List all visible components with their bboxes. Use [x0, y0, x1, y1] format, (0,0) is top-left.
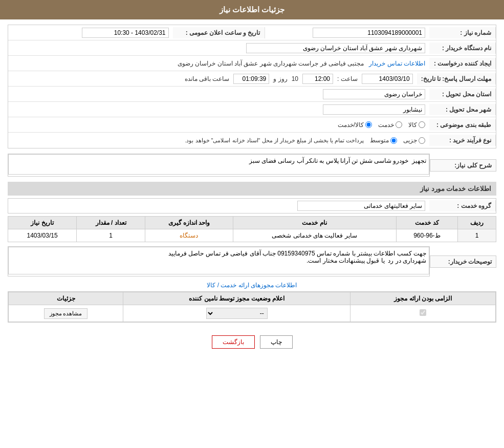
roz-value: 10	[292, 75, 298, 82]
tosih-khardar-row: توصیحات خریدار:	[8, 246, 496, 276]
motavaset-label: متوسط	[370, 137, 389, 144]
back-button[interactable]: بازگشت	[212, 335, 255, 349]
mohlatErsalPasakh-value: ساعت : 10 روز و ساعت باقی مانده	[8, 72, 417, 86]
view-mojoz-button[interactable]: مشاهده مجوز	[44, 308, 88, 319]
table-row: -- مشاهده مجوز	[9, 305, 496, 322]
shahrMahalTahvil-value	[8, 102, 429, 117]
mohlat-baqi-input[interactable]	[233, 74, 269, 84]
services-table: ردیفکد خدمتنام خدمتواحد اندازه گیریتعداد…	[8, 216, 496, 242]
saat-label: ساعت :	[337, 75, 358, 82]
cell-namKhedmat: سایر فعالیت های خدماتی شخصی	[233, 229, 396, 242]
ostanMahalTahvil-row: استان محل تحویل :	[8, 87, 496, 102]
cell-ealamVaziyat: --	[123, 305, 350, 322]
khedmat-label: خدمت	[378, 121, 394, 129]
radio-kala-khedmat[interactable]: کالا/خدمت	[338, 121, 372, 129]
sharh-kolli-value	[8, 154, 430, 177]
ettelaat-khadamat-title: اطلاعات خدمات مورد نیاز	[8, 182, 496, 196]
kala-khedmat-label: کالا/خدمت	[338, 121, 364, 129]
cell-kodKhedmat: ط-96-960	[396, 229, 458, 242]
grouh-khedmat-value	[8, 199, 429, 213]
eijadKonande-row: ایجاد کننده درخواست : اطلاعات تماس خریدا…	[8, 56, 496, 71]
tabaqebandi-row: طبقه بندی موضوعی : کالا خدمت	[8, 117, 496, 133]
sharh-kolli-textarea[interactable]	[8, 154, 429, 175]
eijadKonande-value: اطلاعات تماس خریدار مجتبی فیاضی فر جراست…	[8, 58, 429, 69]
content-area: شماره نیاز : تاریخ و ساعت اعلان عمومی : …	[0, 19, 504, 361]
mohlat-saat-input[interactable]	[302, 74, 333, 84]
cell-tedad: 1	[77, 229, 145, 242]
shomareNiaz-row: شماره نیاز : تاریخ و ساعت اعلان عمومی :	[8, 25, 496, 40]
grouh-khedmat-row: گروه خدمت :	[8, 198, 496, 214]
permissions-table-container: الزامی بودن ارائه مجوزاعلام وضعیت مجوز ت…	[8, 291, 496, 323]
shomareNiaz-label: شماره نیاز :	[429, 27, 496, 38]
mohlatErsalPasakh-row: مهلت ارسال پاسخ: تا تاریخ: ساعت : 10 روز…	[8, 71, 496, 87]
print-button[interactable]: چاپ	[260, 335, 293, 349]
ostanMahalTahvil-label: استان محل تحویل :	[429, 89, 496, 100]
farayand-note: پرداخت تمام یا بخشی از مبلغ خریدار از مح…	[185, 137, 364, 144]
shomareNiaz-value	[265, 26, 430, 40]
eijadKonande-link[interactable]: اطلاعات تماس خریدار	[369, 60, 425, 67]
roz-label: روز و	[273, 75, 287, 82]
kala-label: کالا	[408, 121, 417, 129]
mohlatErsalPasakh-label: مهلت ارسال پاسخ: تا تاریخ:	[417, 73, 496, 84]
tosih-khardar-value	[8, 246, 430, 276]
tosih-khardar-label: توصیحات خریدار:	[430, 255, 496, 268]
shahrMahalTahvil-label: شهر محل تحویل :	[429, 104, 496, 115]
cell-tarikh: 1403/03/15	[8, 229, 77, 242]
ealamVaziyat-select[interactable]: --	[206, 308, 268, 319]
tarikh-input[interactable]	[82, 28, 169, 38]
shahrMahalTahvil-row: شهر محل تحویل :	[8, 102, 496, 117]
jozvi-label: جزیی	[403, 137, 417, 144]
noeFarayand-label: نوع فرآیند خرید :	[429, 135, 496, 146]
tarikh-value	[8, 26, 173, 40]
namDastgah-input[interactable]	[246, 43, 425, 53]
sharh-kolli-label: شرح کلی نیاز:	[430, 159, 496, 172]
ostan-input[interactable]	[323, 89, 425, 99]
namDastgah-label: نام دستگاه خریدار :	[429, 42, 496, 54]
tosih-khardar-textarea[interactable]	[8, 247, 429, 274]
permissions-title: اطلاعات مجوزهای ارائه خدمت / کالا	[8, 282, 496, 289]
radio-motavaset[interactable]: متوسط	[370, 137, 397, 144]
grouh-khedmat-input[interactable]	[297, 201, 425, 211]
baqi-label: ساعت باقی مانده	[185, 75, 230, 82]
cell-joziyat: مشاهده مجوز	[9, 305, 123, 322]
main-info-form: شماره نیاز : تاریخ و ساعت اعلان عمومی : …	[8, 25, 496, 148]
mohlat-date-input[interactable]	[362, 74, 413, 84]
permissions-table: الزامی بودن ارائه مجوزاعلام وضعیت مجوز ت…	[8, 292, 496, 322]
sharh-kolli-row: شرح کلی نیاز:	[8, 154, 496, 177]
table-row: 1 ط-96-960 سایر فعالیت های خدماتی شخصی د…	[8, 229, 496, 242]
bottom-buttons: چاپ بازگشت	[8, 328, 496, 356]
radio-khedmat[interactable]: خدمت	[378, 121, 402, 129]
shomareNiaz-input[interactable]	[313, 28, 425, 38]
grouh-khedmat-label: گروه خدمت :	[429, 200, 496, 211]
eijadKonande-label: ایجاد کننده درخواست :	[429, 58, 496, 69]
tabaqebandi-label: طبقه بندی موضوعی :	[429, 119, 496, 131]
radio-jozvi[interactable]: جزیی	[403, 137, 425, 144]
shahr-input[interactable]	[323, 104, 425, 115]
page-header: جزئیات اطلاعات نیاز	[0, 0, 504, 19]
namDastgah-row: نام دستگاه خریدار :	[8, 40, 496, 56]
noeFarayand-row: نوع فرآیند خرید : جزیی متوسط پرداخت تمام…	[8, 133, 496, 148]
eijadKonande-text: مجتبی فیاضی فر جراست شهرداری شهر عشق آبا…	[178, 60, 364, 67]
tabaqebandi-value: کالا خدمت کالا/خدمت	[8, 119, 429, 131]
cell-radif: 1	[458, 229, 496, 242]
cell-elzami	[350, 305, 496, 322]
noeFarayand-value: جزیی متوسط پرداخت تمام یا بخشی از مبلغ خ…	[8, 135, 429, 146]
radio-kala[interactable]: کالا	[408, 121, 425, 129]
namDastgah-value	[8, 41, 429, 55]
ostanMahalTahvil-value	[8, 87, 429, 101]
cell-vahed: دستگاه	[145, 229, 233, 242]
page-title: جزئیات اطلاعات نیاز	[220, 5, 284, 14]
tarikh-label: تاریخ و ساعت اعلان عمومی :	[173, 27, 265, 38]
services-table-container: ردیفکد خدمتنام خدمتواحد اندازه گیریتعداد…	[8, 216, 496, 242]
page-container: جزئیات اطلاعات نیاز شماره نیاز : تاریخ و…	[0, 0, 504, 448]
